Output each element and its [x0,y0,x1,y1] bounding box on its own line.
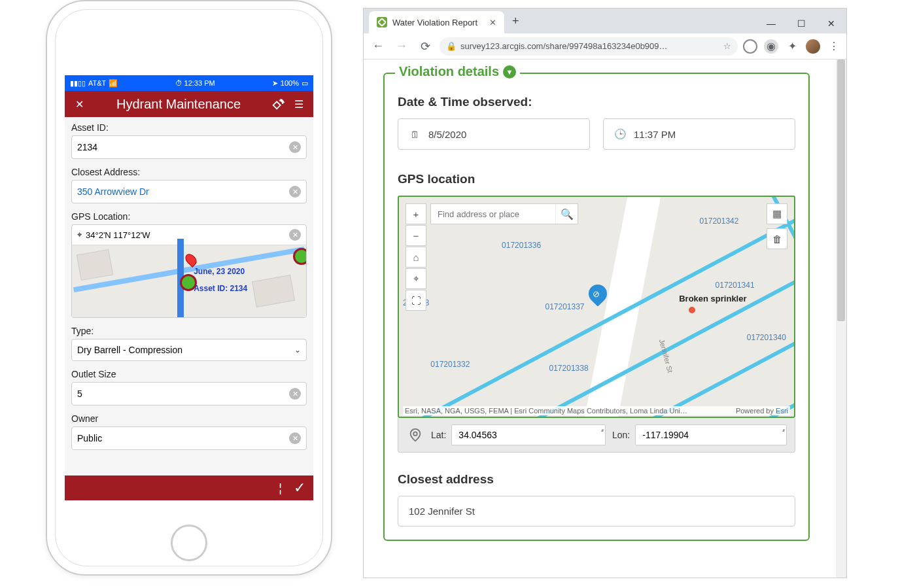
battery-icon: ▭ [302,79,308,88]
address-bar[interactable]: 🔒 survey123.arcgis.com/share/997498a1632… [440,37,738,56]
type-select[interactable]: Dry Barrell - Compression ⌄ [71,339,307,361]
map-search-input[interactable] [431,209,555,219]
parcel-label: 017201340 [747,333,786,342]
clear-icon[interactable]: ✕ [289,432,301,444]
window-close-button[interactable]: ✕ [816,14,846,33]
clock-label: ⏱ 12:33 PM [175,79,215,87]
map-attribution: Esri, NASA, NGA, USGS, FEMA | Esri Commu… [403,406,790,415]
window-maximize-button[interactable]: ☐ [786,14,816,33]
date-input[interactable]: 🗓 8/5/2020 [398,118,590,150]
basemap-button[interactable]: ▦ [767,203,787,224]
zoom-out-button[interactable]: − [406,225,426,246]
locate-button[interactable]: ⌖ [406,268,426,289]
map-search[interactable]: 🔍 [430,203,578,224]
url-text: survey123.arcgis.com/share/997498a163234… [460,41,668,51]
form-body: Asset ID: 2134 ✕ Closest Address: 350 Ar… [65,117,313,476]
forward-button[interactable]: → [392,37,411,56]
gps-location-box: ⌖ 34°2'N 117°12'W ✕ June, 23 2020 [71,224,307,318]
closest-address-input[interactable]: 102 Jennifer St [398,496,795,527]
hydrant-marker-icon [293,248,307,265]
scrollbar[interactable] [836,60,846,578]
parcel-label: 017201341 [716,281,755,290]
window-minimize-button[interactable]: — [756,14,786,33]
owner-input[interactable]: Public ✕ [71,426,307,450]
outlet-size-input[interactable]: 5 ✕ [71,382,307,406]
map-callout: June, 23 2020 Asset ID: 2134 [194,267,247,293]
asset-id-input[interactable]: 2134 ✕ [71,135,307,159]
violation-marker-icon [689,307,695,313]
chevron-down-icon: ▼ [503,65,516,78]
star-icon[interactable]: ☆ [723,41,731,51]
carrier-label: AT&T [88,79,106,87]
clear-icon[interactable]: ✕ [289,186,301,198]
wifi-icon: 📶 [109,79,118,88]
satellite-icon[interactable] [270,96,286,112]
profile-avatar[interactable] [806,39,820,54]
location-icon: ➤ [272,79,278,88]
extension-icon[interactable]: ◉ [764,39,778,54]
location-pin-icon[interactable] [406,426,424,444]
fullscreen-button[interactable]: ⛶ [406,290,426,311]
time-input[interactable]: 🕒 11:37 PM [603,118,795,150]
asset-id-label: Asset ID: [71,122,307,133]
parcel-label: 017201336 [502,241,541,250]
edit-icon[interactable]: ¦ [279,481,282,495]
home-extent-button[interactable]: ⌂ [406,247,426,268]
gps-coords: 34°2'N 117°12'W [86,230,285,240]
favicon-icon [377,17,387,27]
lat-lon-row: Lat: 34.04563 Lon: -117.19904 [398,418,795,453]
signal-icon: ▮▮▯▯ [70,79,86,88]
closest-address-input[interactable]: 350 Arrowview Dr ✕ [71,180,307,203]
mini-map[interactable]: June, 23 2020 Asset ID: 2134 [72,245,306,317]
parcel-label: 017201332 [430,360,470,369]
tab-close-icon[interactable]: ✕ [489,18,496,27]
clear-icon[interactable]: ✕ [289,229,301,241]
lat-label: Lat: [431,430,446,440]
lock-icon: 🔒 [446,41,457,51]
zoom-in-button[interactable]: + [406,203,426,224]
esri-link[interactable]: Esri [776,407,788,415]
web-map[interactable]: 017201336 017201342 017201341 201333 017… [398,196,795,418]
app-footer: ¦ ✓ [65,476,313,500]
calendar-icon: 🗓 [409,129,421,140]
violation-label: Broken sprinkler [679,294,746,303]
submit-icon[interactable]: ✓ [294,479,305,496]
lon-input[interactable]: -117.19904 [635,424,787,445]
extension-icon[interactable] [743,39,757,54]
reload-button[interactable]: ⟳ [416,37,434,56]
svg-point-0 [413,432,417,436]
gps-location-label: GPS Location: [71,211,307,222]
delete-button[interactable]: 🗑 [767,228,787,249]
crosshair-icon[interactable]: ⌖ [77,230,82,240]
address-row: ← → ⟳ 🔒 survey123.arcgis.com/share/99749… [364,33,846,60]
owner-label: Owner [71,413,307,424]
app-title: Hydrant Maintenance [92,97,265,112]
window-titlebar: Water Violation Report ✕ + — ☐ ✕ [364,9,846,33]
violation-details-fieldset: Violation details ▼ Date & Time observed… [383,73,810,541]
browser-tab[interactable]: Water Violation Report ✕ [369,11,504,33]
gps-location-label: GPS location [398,172,795,186]
type-label: Type: [71,326,307,336]
parcel-label: 017201342 [699,216,738,226]
new-tab-button[interactable]: + [504,9,527,33]
lon-label: Lon: [612,430,630,440]
extensions-icon[interactable]: ✦ [785,39,799,54]
clear-icon[interactable]: ✕ [289,141,301,153]
close-icon[interactable]: ✕ [71,96,87,112]
lat-input[interactable]: 34.04563 [451,424,606,445]
chevron-down-icon: ⌄ [294,345,301,355]
search-icon[interactable]: 🔍 [555,204,578,224]
tab-title: Water Violation Report [392,18,477,27]
back-button[interactable]: ← [369,37,387,56]
closest-address-label: Closest address [398,472,795,487]
outlet-size-label: Outlet Size [71,369,307,379]
browser-window: Water Violation Report ✕ + — ☐ ✕ ← → ⟳ 🔒… [363,8,847,578]
clear-icon[interactable]: ✕ [289,388,301,400]
fieldset-legend[interactable]: Violation details ▼ [395,64,520,79]
phone-mockup: ▮▮▯▯ AT&T 📶 ⏱ 12:33 PM ➤ 100% ▭ ✕ [46,0,332,576]
menu-icon[interactable]: ☰ [291,96,307,112]
datetime-label: Date & Time observed: [398,95,795,109]
kebab-menu-icon[interactable]: ⋮ [827,39,841,54]
app-header: ✕ Hydrant Maintenance ☰ [65,91,313,117]
home-button[interactable] [171,525,207,561]
